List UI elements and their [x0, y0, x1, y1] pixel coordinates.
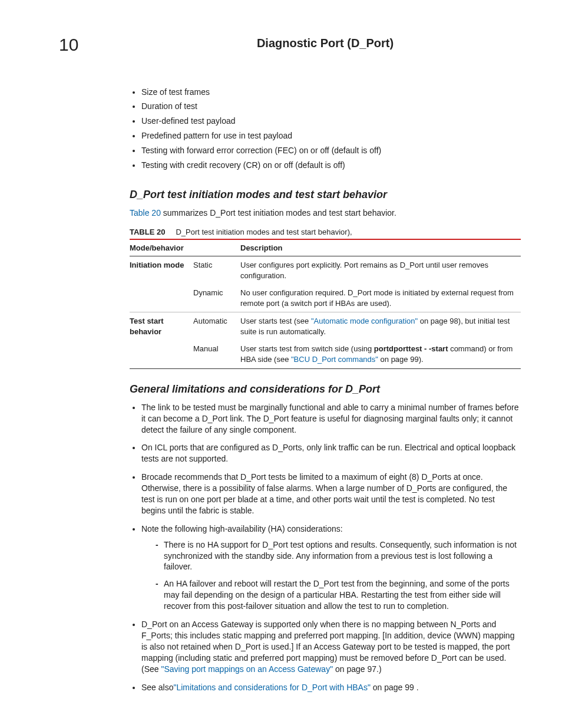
list-item: Note the following high-availability (HA… [141, 523, 521, 612]
table-row: Initiation mode Static User configures p… [130, 256, 521, 285]
list-item: The link to be tested must be marginally… [141, 402, 521, 436]
limitations-hba-link[interactable]: "Limitations and considerations for D_Po… [173, 683, 370, 692]
desc-cell: User starts test (see "Automatic mode co… [240, 312, 521, 341]
sub-list-item: There is no HA support for D_Port test o… [156, 539, 521, 573]
desc-cell: No user configuration required. D_Port m… [240, 284, 521, 312]
section-heading-limitations: General limitations and considerations f… [130, 382, 521, 396]
table-caption: TABLE 20D_Port test initiation modes and… [130, 227, 521, 238]
list-item: Testing with credit recovery (CR) on or … [141, 160, 521, 171]
mode-cell: Manual [193, 340, 240, 368]
list-item: Testing with forward error correction (F… [141, 145, 521, 156]
table-row: Dynamic No user configuration required. … [130, 284, 521, 312]
sub-list-item: An HA failover and reboot will restart t… [156, 578, 521, 612]
col-header: Mode/behavior [130, 239, 193, 256]
list-item-text: Note the following high-availability (HA… [141, 524, 343, 533]
list-item: Duration of test [141, 101, 521, 112]
row-header [130, 340, 193, 368]
list-item: Size of test frames [141, 87, 521, 98]
modes-table: Mode/behavior Description Initiation mod… [130, 239, 521, 369]
desc-cell: User configures port explicitly. Port re… [240, 256, 521, 285]
command-text: portdporttest - -start [374, 344, 448, 353]
intro-text: summarizes D_Port test initiation modes … [161, 208, 396, 218]
list-item: See also"Limitations and considerations … [141, 682, 521, 693]
list-item: D_Port on an Access Gateway is supported… [141, 619, 521, 674]
feature-bullet-list: Size of test frames Duration of test Use… [130, 87, 521, 171]
page-title: Diagnostic Port (D_Port) [130, 35, 521, 51]
table-caption-text: D_Port test initiation modes and test st… [176, 228, 352, 236]
saving-mappings-link[interactable]: "Saving port mappings on an Access Gatew… [161, 664, 333, 674]
chapter-number: 10 [59, 33, 130, 57]
list-item: On ICL ports that are configured as D_Po… [141, 442, 521, 465]
row-header [130, 284, 193, 312]
list-item: Brocade recommends that D_Port tests be … [141, 472, 521, 516]
table-label: TABLE 20 [130, 228, 165, 236]
col-header: Description [240, 239, 521, 256]
row-header: Initiation mode [130, 256, 193, 285]
mode-cell: Automatic [193, 312, 240, 341]
automatic-mode-link[interactable]: "Automatic mode configuration" [311, 317, 418, 325]
table-link[interactable]: Table 20 [130, 208, 161, 218]
mode-cell: Static [193, 256, 240, 285]
page-content: Size of test frames Duration of test Use… [130, 87, 521, 693]
table-row: Manual User starts test from switch side… [130, 340, 521, 368]
col-header [193, 239, 240, 256]
list-item: User-defined test payload [141, 116, 521, 127]
mode-cell: Dynamic [193, 284, 240, 312]
list-item: Predefined pattern for use in test paylo… [141, 130, 521, 141]
desc-cell: User starts test from switch side (using… [240, 340, 521, 368]
section-heading-modes: D_Port test initiation modes and test st… [130, 187, 521, 202]
sub-list: There is no HA support for D_Port test o… [141, 539, 521, 612]
bcu-commands-link[interactable]: "BCU D_Port commands" [291, 355, 378, 364]
limitations-list: The link to be tested must be marginally… [130, 402, 521, 693]
section-intro: Table 20 summarizes D_Port test initiati… [130, 207, 521, 219]
table-row: Test start behavior Automatic User start… [130, 312, 521, 341]
row-header: Test start behavior [130, 312, 193, 341]
page-header: 10 Diagnostic Port (D_Port) [59, 33, 521, 57]
